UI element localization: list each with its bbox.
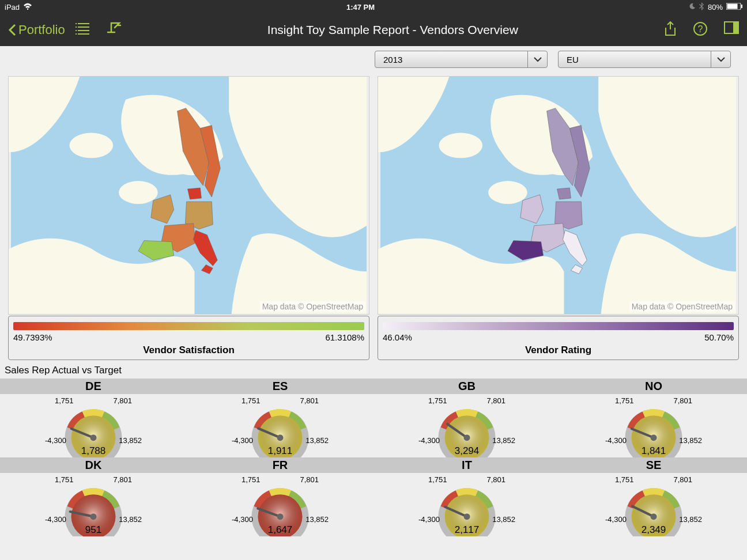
gauge-tick: 7,801: [673, 475, 692, 484]
map-attribution: Map data © OpenStreetMap: [260, 301, 365, 312]
gauge-cell-GB[interactable]: GB 1,751 7,801 -4,300 13,852 3,294: [373, 379, 560, 457]
gauge-country: NO: [560, 379, 747, 394]
gauge-cell-NO[interactable]: NO 1,751 7,801 -4,300 13,852 1,841: [560, 379, 747, 457]
region-value: EU: [559, 55, 579, 65]
gauge-country: IT: [373, 457, 560, 473]
gauge-country: SE: [560, 457, 747, 473]
clock: 1:47 PM: [32, 3, 689, 12]
gauge-tick: -4,300: [418, 515, 440, 524]
gauge-value: 1,788: [0, 445, 187, 457]
svg-point-50: [277, 513, 284, 520]
gauge-country: ES: [187, 379, 373, 394]
svg-point-60: [651, 513, 657, 520]
rating-map[interactable]: Map data © OpenStreetMap: [378, 76, 739, 315]
svg-point-55: [464, 513, 470, 520]
satisfaction-legend: 49.7393% 61.3108% Vendor Satisfaction: [8, 316, 369, 360]
maps-row: Map data © OpenStreetMap 49.7393% 61.310…: [0, 73, 747, 360]
gauge-tick: 7,801: [300, 396, 319, 405]
back-label: Portfolio: [18, 22, 65, 37]
gauge-tick: 13,852: [305, 436, 329, 445]
gauge-tick: 7,801: [113, 475, 132, 484]
gauge-tick: 7,801: [673, 396, 692, 405]
rating-legend: 46.04% 50.70% Vendor Rating: [378, 316, 739, 360]
gauge-dial: 1,751 7,801 -4,300 13,852 1,647: [187, 473, 373, 536]
gauge-row: DK 1,751 7,801 -4,300 13,852 951 FR: [0, 457, 747, 536]
nav-bar: Portfolio Insight Toy Sample Report - Ve…: [0, 14, 747, 46]
device-label: iPad: [5, 3, 20, 12]
filter-icon[interactable]: [107, 22, 122, 38]
chevron-down-icon: [711, 51, 730, 67]
gauge-tick: 13,852: [119, 436, 142, 445]
satisfaction-map[interactable]: Map data © OpenStreetMap: [8, 76, 369, 315]
gauge-tick: 1,751: [55, 475, 74, 484]
svg-point-45: [90, 513, 97, 520]
gauge-tick: -4,300: [418, 436, 440, 445]
gauge-tick: 7,801: [486, 475, 505, 484]
legend-title: Vendor Satisfaction: [13, 345, 364, 356]
gauge-tick: 1,751: [55, 396, 74, 405]
gauge-dial: 1,751 7,801 -4,300 13,852 2,117: [373, 473, 560, 536]
gauge-country: GB: [373, 379, 560, 394]
gauge-dial: 1,751 7,801 -4,300 13,852 1,788: [0, 394, 187, 457]
gauges-grid: DE 1,751 7,801 -4,300 13,852 1,788 ES: [0, 379, 747, 536]
gauge-tick: 13,852: [492, 436, 515, 445]
gauge-value: 1,911: [187, 445, 373, 457]
gauge-tick: 13,852: [679, 436, 702, 445]
gauge-value: 2,349: [560, 524, 747, 536]
panels-icon[interactable]: [724, 21, 739, 39]
battery-label: 80%: [708, 3, 723, 12]
gauge-dial: 1,751 7,801 -4,300 13,852 3,294: [373, 394, 560, 457]
region-dropdown[interactable]: EU: [558, 51, 731, 68]
status-bar: iPad 1:47 PM 80%: [0, 0, 747, 14]
gauge-tick: 1,751: [615, 475, 634, 484]
gauge-tick: 13,852: [492, 515, 515, 524]
gauge-tick: -4,300: [232, 515, 253, 524]
gauge-value: 951: [0, 524, 187, 536]
svg-rect-2: [741, 5, 742, 8]
legend-min: 49.7393%: [13, 332, 52, 342]
legend-min: 46.04%: [383, 332, 412, 342]
gauge-cell-DE[interactable]: DE 1,751 7,801 -4,300 13,852 1,788: [0, 379, 187, 457]
gauge-tick: 13,852: [305, 515, 329, 524]
gauge-row: DE 1,751 7,801 -4,300 13,852 1,788 ES: [0, 379, 747, 457]
svg-point-19: [439, 133, 483, 158]
legend-gradient: [383, 322, 734, 330]
gauge-dial: 1,751 7,801 -4,300 13,852 2,349: [560, 473, 747, 536]
legend-max: 61.3108%: [325, 332, 364, 342]
share-icon[interactable]: [664, 21, 677, 39]
gauge-tick: 13,852: [119, 515, 142, 524]
svg-point-40: [651, 434, 657, 441]
legend-title: Vendor Rating: [383, 345, 734, 356]
gauge-cell-IT[interactable]: IT 1,751 7,801 -4,300 13,852 2,117: [373, 457, 560, 536]
gauge-tick: 7,801: [300, 475, 319, 484]
gauge-tick: -4,300: [605, 515, 627, 524]
country-DK: [188, 188, 202, 199]
gauge-tick: -4,300: [605, 436, 627, 445]
list-icon[interactable]: [76, 22, 90, 38]
gauge-tick: 7,801: [486, 396, 505, 405]
gauge-cell-ES[interactable]: ES 1,751 7,801 -4,300 13,852 1,911: [187, 379, 373, 457]
gauge-value: 1,647: [187, 524, 373, 536]
gauge-cell-FR[interactable]: FR 1,751 7,801 -4,300 13,852 1,647: [187, 457, 373, 536]
gauge-cell-DK[interactable]: DK 1,751 7,801 -4,300 13,852 951: [0, 457, 187, 536]
gauge-tick: -4,300: [45, 515, 66, 524]
gauge-value: 1,841: [560, 445, 747, 457]
svg-point-17: [119, 181, 158, 204]
help-icon[interactable]: ?: [693, 21, 708, 39]
map-attribution: Map data © OpenStreetMap: [629, 301, 735, 312]
gauge-tick: -4,300: [232, 436, 253, 445]
gauge-dial: 1,751 7,801 -4,300 13,852 1,841: [560, 394, 747, 457]
year-dropdown[interactable]: 2013: [375, 51, 548, 68]
gauge-country: FR: [187, 457, 373, 473]
svg-rect-14: [733, 22, 738, 33]
gauge-tick: 1,751: [428, 475, 447, 484]
gauge-tick: 1,751: [242, 475, 261, 484]
page-title: Insight Toy Sample Report - Vendors Over…: [122, 23, 664, 37]
back-button[interactable]: Portfolio: [8, 22, 65, 37]
svg-point-30: [277, 434, 284, 441]
svg-point-20: [488, 181, 527, 204]
svg-rect-1: [727, 3, 738, 9]
chevron-down-icon: [527, 51, 547, 67]
gauge-cell-SE[interactable]: SE 1,751 7,801 -4,300 13,852 2,349: [560, 457, 747, 536]
section-title: Sales Rep Actual vs Target: [0, 360, 747, 379]
